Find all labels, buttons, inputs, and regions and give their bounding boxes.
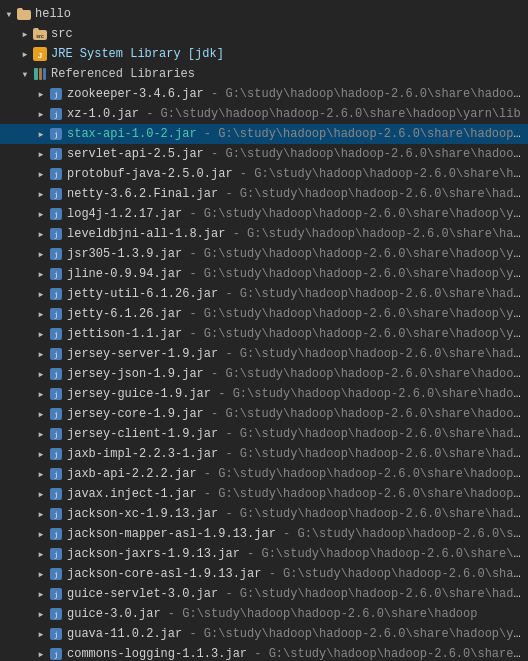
chevron-jersey-client[interactable]: ► (34, 430, 48, 439)
tree-item-servlet[interactable]: ►jservlet-api-2.5.jar - G:\study\hadoop\… (0, 144, 528, 164)
chevron-jsr305[interactable]: ► (34, 250, 48, 259)
chevron-netty[interactable]: ► (34, 190, 48, 199)
chevron-jaxb-impl[interactable]: ► (34, 450, 48, 459)
chevron-jetty[interactable]: ► (34, 310, 48, 319)
item-label-jersey-guice: jersey-guice-1.9.jar - G:\study\hadoop\h… (67, 387, 526, 401)
tree-item-xz[interactable]: ►jxz-1.0.jar - G:\study\hadoop\hadoop-2.… (0, 104, 528, 124)
svg-text:j: j (54, 371, 58, 379)
tree-item-jackson-core[interactable]: ►jjackson-core-asl-1.9.13.jar - G:\study… (0, 564, 528, 584)
tree-item-jersey-client[interactable]: ►jjersey-client-1.9.jar - G:\study\hadoo… (0, 424, 528, 444)
tree-item-netty[interactable]: ►jnetty-3.6.2.Final.jar - G:\study\hadoo… (0, 184, 528, 204)
svg-text:j: j (54, 551, 58, 559)
chevron-guice[interactable]: ► (34, 610, 48, 619)
file-tree: ▼hello►srcsrc►JJRE System Library [jdk]▼… (0, 0, 528, 661)
tree-item-hello[interactable]: ▼hello (0, 4, 528, 24)
svg-text:j: j (54, 491, 58, 499)
jar-icon: j (48, 286, 64, 302)
item-label-jettison: jettison-1.1.jar - G:\study\hadoop\hadoo… (67, 327, 526, 341)
jar-icon: j (48, 406, 64, 422)
tree-item-guice[interactable]: ►jguice-3.0.jar - G:\study\hadoop\hadoop… (0, 604, 528, 624)
svg-text:j: j (54, 251, 58, 259)
svg-text:j: j (54, 291, 58, 299)
svg-text:j: j (54, 571, 58, 579)
item-label-hello: hello (35, 7, 71, 21)
tree-item-jersey-json[interactable]: ►jjersey-json-1.9.jar - G:\study\hadoop\… (0, 364, 528, 384)
tree-item-jline[interactable]: ►jjline-0.9.94.jar - G:\study\hadoop\had… (0, 264, 528, 284)
chevron-jersey-json[interactable]: ► (34, 370, 48, 379)
tree-item-jackson-xc[interactable]: ►jjackson-xc-1.9.13.jar - G:\study\hadoo… (0, 504, 528, 524)
chevron-reflibsnode[interactable]: ▼ (18, 70, 32, 79)
tree-item-jre[interactable]: ►JJRE System Library [jdk] (0, 44, 528, 64)
chevron-servlet[interactable]: ► (34, 150, 48, 159)
chevron-leveldbjni[interactable]: ► (34, 230, 48, 239)
jar-icon: j (48, 266, 64, 282)
svg-text:j: j (54, 231, 58, 239)
chevron-zookeeper[interactable]: ► (34, 90, 48, 99)
chevron-jackson-xc[interactable]: ► (34, 510, 48, 519)
item-label-jsr305: jsr305-1.3.9.jar - G:\study\hadoop\hadoo… (67, 247, 526, 261)
jar-icon: j (48, 126, 64, 142)
item-label-javax-inject: javax.inject-1.jar - G:\study\hadoop\had… (67, 487, 526, 501)
jar-icon: j (48, 306, 64, 322)
svg-text:j: j (54, 351, 58, 359)
chevron-jersey-guice[interactable]: ► (34, 390, 48, 399)
tree-item-jackson-mapper[interactable]: ►jjackson-mapper-asl-1.9.13.jar - G:\stu… (0, 524, 528, 544)
jar-icon: j (48, 506, 64, 522)
tree-item-jaxb-impl[interactable]: ►jjaxb-impl-2.2.3-1.jar - G:\study\hadoo… (0, 444, 528, 464)
chevron-jersey-server[interactable]: ► (34, 350, 48, 359)
chevron-javax-inject[interactable]: ► (34, 490, 48, 499)
tree-item-protobuf[interactable]: ►jprotobuf-java-2.5.0.jar - G:\study\had… (0, 164, 528, 184)
tree-item-jersey-server[interactable]: ►jjersey-server-1.9.jar - G:\study\hadoo… (0, 344, 528, 364)
item-label-jetty: jetty-6.1.26.jar - G:\study\hadoop\hadoo… (67, 307, 526, 321)
svg-text:src: src (36, 33, 44, 39)
chevron-commons-logging[interactable]: ► (34, 650, 48, 659)
tree-item-javax-inject[interactable]: ►jjavax.inject-1.jar - G:\study\hadoop\h… (0, 484, 528, 504)
chevron-xz[interactable]: ► (34, 110, 48, 119)
chevron-stax[interactable]: ► (34, 130, 48, 139)
chevron-jettison[interactable]: ► (34, 330, 48, 339)
chevron-jackson-core[interactable]: ► (34, 570, 48, 579)
chevron-protobuf[interactable]: ► (34, 170, 48, 179)
tree-item-jersey-core[interactable]: ►jjersey-core-1.9.jar - G:\study\hadoop\… (0, 404, 528, 424)
chevron-log4j[interactable]: ► (34, 210, 48, 219)
chevron-src[interactable]: ► (18, 30, 32, 39)
svg-text:j: j (54, 311, 58, 319)
chevron-guice-servlet[interactable]: ► (34, 590, 48, 599)
item-label-reflibsnode: Referenced Libraries (51, 67, 195, 81)
chevron-jetty-util[interactable]: ► (34, 290, 48, 299)
chevron-jackson-jaxrs[interactable]: ► (34, 550, 48, 559)
chevron-hello[interactable]: ▼ (2, 10, 16, 19)
svg-text:j: j (54, 531, 58, 539)
tree-item-jetty[interactable]: ►jjetty-6.1.26.jar - G:\study\hadoop\had… (0, 304, 528, 324)
tree-item-jersey-guice[interactable]: ►jjersey-guice-1.9.jar - G:\study\hadoop… (0, 384, 528, 404)
chevron-jre[interactable]: ► (18, 50, 32, 59)
jar-icon: j (48, 586, 64, 602)
chevron-jaxb-api[interactable]: ► (34, 470, 48, 479)
tree-item-jetty-util[interactable]: ►jjetty-util-6.1.26.jar - G:\study\hadoo… (0, 284, 528, 304)
tree-item-guava[interactable]: ►jguava-11.0.2.jar - G:\study\hadoop\had… (0, 624, 528, 644)
tree-item-log4j[interactable]: ►jlog4j-1.2.17.jar - G:\study\hadoop\had… (0, 204, 528, 224)
tree-item-jettison[interactable]: ►jjettison-1.1.jar - G:\study\hadoop\had… (0, 324, 528, 344)
tree-item-zookeeper[interactable]: ►jzookeeper-3.4.6.jar - G:\study\hadoop\… (0, 84, 528, 104)
svg-text:j: j (54, 191, 58, 199)
chevron-jackson-mapper[interactable]: ► (34, 530, 48, 539)
tree-item-guice-servlet[interactable]: ►jguice-servlet-3.0.jar - G:\study\hadoo… (0, 584, 528, 604)
chevron-guava[interactable]: ► (34, 630, 48, 639)
jar-icon: j (48, 86, 64, 102)
tree-item-src[interactable]: ►srcsrc (0, 24, 528, 44)
tree-item-jaxb-api[interactable]: ►jjaxb-api-2.2.2.jar - G:\study\hadoop\h… (0, 464, 528, 484)
jar-icon: j (48, 646, 64, 661)
chevron-jersey-core[interactable]: ► (34, 410, 48, 419)
tree-item-reflibsnode[interactable]: ▼Referenced Libraries (0, 64, 528, 84)
tree-item-jackson-jaxrs[interactable]: ►jjackson-jaxrs-1.9.13.jar - G:\study\ha… (0, 544, 528, 564)
svg-text:j: j (54, 651, 58, 659)
chevron-jline[interactable]: ► (34, 270, 48, 279)
tree-item-commons-logging[interactable]: ►jcommons-logging-1.1.3.jar - G:\study\h… (0, 644, 528, 661)
jar-icon: j (48, 366, 64, 382)
tree-item-stax[interactable]: ►jstax-api-1.0-2.jar - G:\study\hadoop\h… (0, 124, 528, 144)
tree-item-jsr305[interactable]: ►jjsr305-1.3.9.jar - G:\study\hadoop\had… (0, 244, 528, 264)
jar-icon: j (48, 546, 64, 562)
tree-item-leveldbjni[interactable]: ►jleveldbjni-all-1.8.jar - G:\study\hado… (0, 224, 528, 244)
svg-text:j: j (54, 211, 58, 219)
svg-text:j: j (54, 331, 58, 339)
